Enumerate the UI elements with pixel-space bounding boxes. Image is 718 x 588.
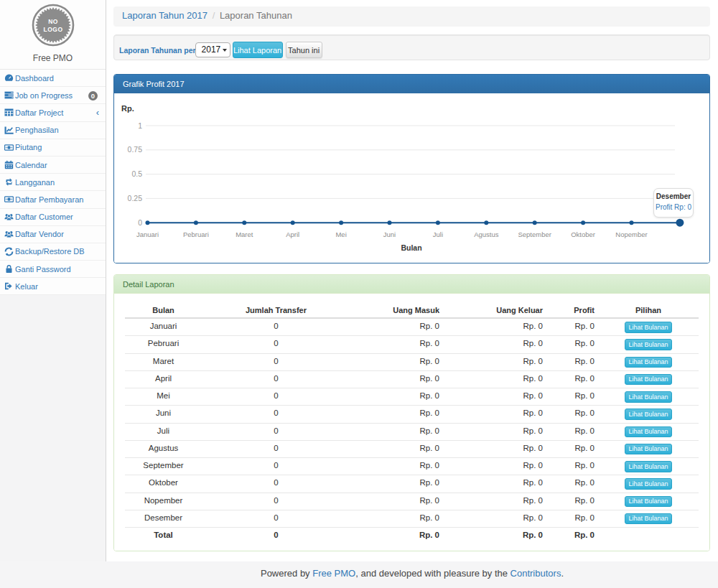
svg-text:Nopember: Nopember: [615, 230, 647, 238]
svg-text:Januari: Januari: [136, 230, 159, 238]
svg-text:Oktober: Oktober: [571, 230, 595, 238]
svg-text:LOGO: LOGO: [43, 26, 62, 33]
svg-text:Maret: Maret: [236, 230, 253, 238]
svg-text:Juni: Juni: [383, 230, 396, 238]
svg-text:Pebruari: Pebruari: [183, 230, 209, 238]
svg-text:Agustus: Agustus: [474, 230, 499, 238]
svg-text:0.75: 0.75: [128, 145, 143, 154]
svg-text:September: September: [518, 230, 551, 238]
svg-text:April: April: [286, 230, 299, 238]
svg-text:0.25: 0.25: [128, 194, 143, 202]
svg-text:0.5: 0.5: [131, 169, 142, 178]
svg-text:Juli: Juli: [433, 230, 443, 238]
svg-text:Mei: Mei: [335, 230, 346, 238]
svg-text:0: 0: [138, 218, 142, 227]
svg-text:NO: NO: [48, 18, 58, 25]
svg-text:Rp.: Rp.: [121, 104, 134, 113]
svg-text:1: 1: [138, 121, 142, 130]
svg-text:Bulan: Bulan: [401, 243, 421, 252]
